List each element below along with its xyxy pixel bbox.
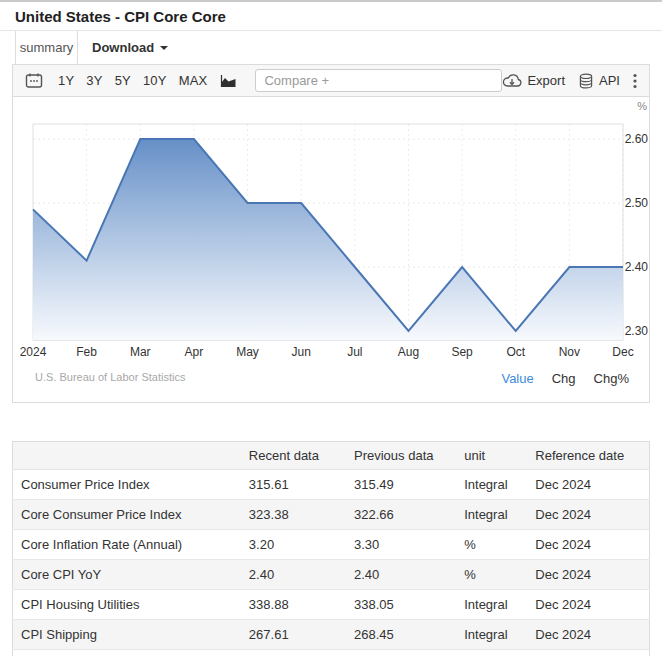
column-header-indicator xyxy=(13,442,241,470)
chart-y-axis-labels: %2.602.502.402.30 xyxy=(625,100,649,338)
indicator-value: Integral xyxy=(456,470,527,500)
mode-chg-button[interactable]: Chg xyxy=(552,371,576,386)
svg-text:2024: 2024 xyxy=(20,345,47,359)
svg-text:2.60: 2.60 xyxy=(625,132,649,146)
chart-toolbar: 1Y 3Y 5Y 10Y MAX Export xyxy=(13,65,649,97)
indicator-value: 2.40 xyxy=(241,560,346,590)
export-label: Export xyxy=(527,73,565,88)
svg-text:%: % xyxy=(637,100,647,112)
tab-summary[interactable]: summary xyxy=(15,31,78,64)
source-attribution: U.S. Bureau of Labor Statistics xyxy=(35,371,185,383)
indicator-value: 3.20 xyxy=(241,530,346,560)
svg-text:Aug: Aug xyxy=(398,345,419,359)
indicator-value: % xyxy=(456,560,527,590)
indicator-value: 267.61 xyxy=(241,620,346,650)
table-row[interactable]: Core Inflation Rate (Annual)3.203.30%Dec… xyxy=(13,530,650,560)
indicator-value: Integral xyxy=(456,590,527,620)
kebab-menu-icon[interactable] xyxy=(633,73,637,89)
indicator-value: 322.66 xyxy=(346,500,456,530)
svg-text:Sep: Sep xyxy=(451,345,473,359)
chart-card: 1Y 3Y 5Y 10Y MAX Export xyxy=(12,64,650,403)
chart-mode-switch: Value Chg Chg% xyxy=(501,371,629,386)
indicator-value: Dec 2024 xyxy=(527,560,649,590)
title-bar: United States - CPI Core Core xyxy=(0,0,662,31)
svg-text:Oct: Oct xyxy=(506,345,525,359)
table-row-partial xyxy=(13,650,650,656)
price-chart[interactable]: %2.602.502.402.302024FebMarAprMayJunJulA… xyxy=(13,97,649,365)
indicator-value: 338.88 xyxy=(241,590,346,620)
indicator-value: Dec 2024 xyxy=(527,500,649,530)
mode-value-button[interactable]: Value xyxy=(501,371,533,386)
table-row[interactable]: Core Consumer Price Index323.38322.66Int… xyxy=(13,500,650,530)
range-1y-button[interactable]: 1Y xyxy=(58,73,74,88)
area-chart-type-icon[interactable] xyxy=(219,73,238,89)
indicator-value: 323.38 xyxy=(241,500,346,530)
chart-x-axis-labels: 2024FebMarAprMayJunJulAugSepOctNovDec xyxy=(20,345,634,359)
svg-text:Apr: Apr xyxy=(185,345,204,359)
calendar-icon[interactable] xyxy=(25,72,43,89)
api-button[interactable]: API xyxy=(578,73,620,89)
column-header-recent-data: Recent data xyxy=(241,442,346,470)
range-3y-button[interactable]: 3Y xyxy=(86,73,102,88)
svg-text:Nov: Nov xyxy=(559,345,580,359)
svg-text:Jul: Jul xyxy=(347,345,362,359)
range-10y-button[interactable]: 10Y xyxy=(143,73,167,88)
indicator-name: Core Consumer Price Index xyxy=(13,500,241,530)
table-row[interactable]: CPI Shipping267.61268.45IntegralDec 2024 xyxy=(13,620,650,650)
download-button[interactable]: Download xyxy=(92,31,168,64)
svg-text:May: May xyxy=(236,345,259,359)
tab-summary-label: summary xyxy=(20,40,73,55)
table-row[interactable]: CPI Housing Utilities338.88338.05Integra… xyxy=(13,590,650,620)
indicator-value: Integral xyxy=(456,500,527,530)
table-row[interactable]: Core CPI YoY2.402.40%Dec 2024 xyxy=(13,560,650,590)
indicators-table-header: Recent dataPrevious dataunitReference da… xyxy=(13,442,650,470)
indicator-name: Consumer Price Index xyxy=(13,470,241,500)
indicators-table: Recent dataPrevious dataunitReference da… xyxy=(12,441,650,656)
toolbar-right-group: Export API xyxy=(502,73,637,89)
table-row[interactable]: Consumer Price Index315.61315.49Integral… xyxy=(13,470,650,500)
indicator-value: % xyxy=(456,530,527,560)
svg-text:Mar: Mar xyxy=(130,345,151,359)
indicator-name: Core Inflation Rate (Annual) xyxy=(13,530,241,560)
indicator-value: 3.30 xyxy=(346,530,456,560)
column-header-reference-date: Reference date xyxy=(527,442,649,470)
indicator-value: Dec 2024 xyxy=(527,530,649,560)
database-icon xyxy=(578,73,594,89)
svg-text:2.50: 2.50 xyxy=(625,196,649,210)
indicator-value: Dec 2024 xyxy=(527,470,649,500)
indicator-name: CPI Shipping xyxy=(13,620,241,650)
column-header-unit: unit xyxy=(456,442,527,470)
api-label: API xyxy=(599,73,620,88)
indicator-value: 268.45 xyxy=(346,620,456,650)
svg-text:Feb: Feb xyxy=(76,345,97,359)
chevron-down-icon xyxy=(160,46,168,50)
download-label: Download xyxy=(92,40,154,55)
chart-footer: U.S. Bureau of Labor Statistics Value Ch… xyxy=(13,365,649,402)
tabs-row: summary Download xyxy=(0,31,662,64)
column-header-previous-data: Previous data xyxy=(346,442,456,470)
mode-chgpct-button[interactable]: Chg% xyxy=(594,371,629,386)
export-button[interactable]: Export xyxy=(502,73,565,88)
indicator-value: 2.40 xyxy=(346,560,456,590)
indicator-value: Dec 2024 xyxy=(527,590,649,620)
page-title: United States - CPI Core Core xyxy=(15,8,226,25)
indicator-value: Dec 2024 xyxy=(527,620,649,650)
indicator-value: 315.61 xyxy=(241,470,346,500)
svg-text:2.30: 2.30 xyxy=(625,324,649,338)
range-5y-button[interactable]: 5Y xyxy=(115,73,131,88)
indicator-value: 338.05 xyxy=(346,590,456,620)
indicator-name: CPI Housing Utilities xyxy=(13,590,241,620)
range-max-button[interactable]: MAX xyxy=(179,73,208,88)
compare-input[interactable] xyxy=(255,69,502,92)
cloud-download-icon xyxy=(502,73,522,88)
indicator-value: 315.49 xyxy=(346,470,456,500)
svg-text:2.40: 2.40 xyxy=(625,260,649,274)
indicator-name: Core CPI YoY xyxy=(13,560,241,590)
indicator-value: Integral xyxy=(456,620,527,650)
svg-text:Dec: Dec xyxy=(612,345,633,359)
svg-text:Jun: Jun xyxy=(292,345,311,359)
